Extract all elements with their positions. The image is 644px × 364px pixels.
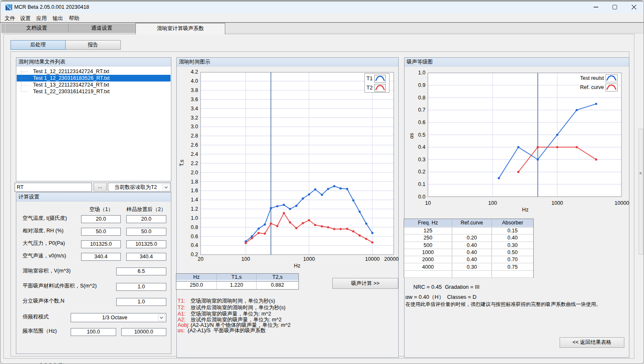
svg-text:1.4: 1.4 bbox=[191, 197, 198, 203]
svg-text:1.6: 1.6 bbox=[191, 188, 198, 193]
svg-text:Ref. curve: Ref. curve bbox=[580, 84, 604, 90]
svg-text:0.4: 0.4 bbox=[418, 144, 425, 150]
svg-text:T,s: T,s bbox=[179, 160, 185, 166]
svg-text:Hz: Hz bbox=[294, 263, 300, 269]
svg-text:100: 100 bbox=[488, 200, 497, 206]
svg-text:2.4: 2.4 bbox=[191, 151, 198, 157]
svg-text:1.0: 1.0 bbox=[191, 215, 198, 221]
svg-text:0.8: 0.8 bbox=[418, 95, 425, 101]
svg-text:4.2: 4.2 bbox=[191, 69, 198, 75]
svg-text:Test reulst: Test reulst bbox=[580, 75, 604, 81]
svg-text:T2: T2 bbox=[367, 85, 373, 91]
svg-text:2.0: 2.0 bbox=[191, 170, 198, 176]
svg-text:3.2: 3.2 bbox=[191, 115, 198, 121]
svg-text:3.4: 3.4 bbox=[191, 106, 198, 112]
svg-text:0.3: 0.3 bbox=[418, 157, 425, 163]
svg-text:αs: αs bbox=[409, 133, 415, 138]
svg-text:2.2: 2.2 bbox=[191, 160, 198, 166]
svg-text:1.2: 1.2 bbox=[191, 206, 198, 212]
svg-text:0.7: 0.7 bbox=[418, 107, 425, 113]
svg-text:10: 10 bbox=[425, 200, 431, 206]
svg-text:T1: T1 bbox=[367, 76, 373, 81]
svg-text:1.8: 1.8 bbox=[191, 179, 198, 185]
svg-text:4.0: 4.0 bbox=[191, 78, 198, 84]
svg-text:0.1: 0.1 bbox=[418, 181, 425, 187]
svg-text:0.2: 0.2 bbox=[191, 252, 198, 257]
svg-text:3.0: 3.0 bbox=[191, 124, 198, 130]
svg-text:20: 20 bbox=[198, 256, 204, 262]
svg-text:Hz: Hz bbox=[522, 207, 528, 213]
svg-text:2.8: 2.8 bbox=[191, 133, 198, 139]
svg-text:0.4: 0.4 bbox=[191, 242, 198, 248]
svg-text:1.0: 1.0 bbox=[418, 70, 425, 76]
svg-text:20000: 20000 bbox=[384, 256, 399, 262]
svg-text:2.6: 2.6 bbox=[191, 142, 198, 148]
svg-text:1000: 1000 bbox=[303, 256, 315, 262]
svg-text:3.8: 3.8 bbox=[191, 87, 198, 93]
svg-text:0.0: 0.0 bbox=[418, 194, 425, 200]
svg-text:1000: 1000 bbox=[551, 200, 563, 206]
svg-text:0.6: 0.6 bbox=[418, 120, 425, 125]
svg-text:0.5: 0.5 bbox=[418, 132, 425, 138]
svg-text:100: 100 bbox=[242, 256, 250, 262]
svg-text:3.6: 3.6 bbox=[191, 97, 198, 102]
svg-text:10000: 10000 bbox=[615, 200, 629, 206]
svg-text:10000: 10000 bbox=[365, 256, 380, 262]
svg-text:0.9: 0.9 bbox=[418, 82, 425, 88]
svg-text:0.2: 0.2 bbox=[418, 169, 425, 175]
svg-text:0.8: 0.8 bbox=[191, 224, 198, 230]
svg-text:0.6: 0.6 bbox=[191, 234, 198, 239]
